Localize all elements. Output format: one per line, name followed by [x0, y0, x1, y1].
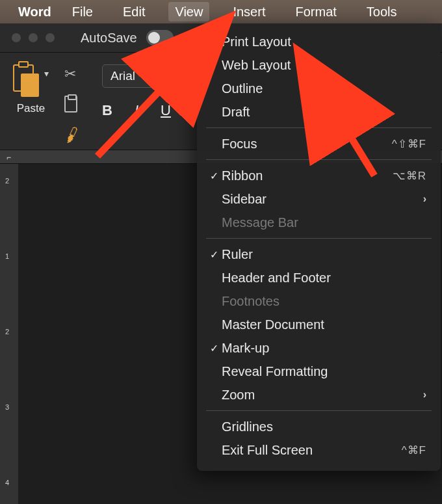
font-selector[interactable]: Arial [102, 64, 187, 88]
menu-separator [206, 159, 432, 160]
menu-item-label: Sidebar [222, 192, 423, 207]
paste-label: Paste [17, 102, 45, 115]
italic-button[interactable]: I [135, 102, 138, 119]
menu-item-label: Outline [222, 81, 426, 96]
menu-separator [206, 238, 432, 239]
menu-separator [206, 410, 432, 411]
ruler-mark: 1 [5, 252, 9, 260]
menu-edit[interactable]: Edit [116, 2, 151, 21]
view-menu: ✓Print LayoutWeb LayoutOutlineDraftFocus… [197, 23, 441, 471]
underline-button[interactable]: U [161, 102, 171, 119]
ruler-mark: 2 [5, 328, 9, 336]
menu-item-exit-full-screen[interactable]: Exit Full Screen^⌘F [197, 438, 441, 462]
ruler-mark: 2 [5, 177, 9, 185]
ruler-mark: 3 [5, 403, 9, 411]
menu-item-label: Ribbon [222, 168, 393, 183]
tab-stop-icon[interactable]: ⌐ [6, 153, 11, 162]
check-icon: ✓ [206, 36, 222, 48]
ruler-vertical[interactable]: 21234 [0, 164, 18, 504]
menu-item-label: Focus [222, 137, 392, 152]
ruler-mark: 4 [5, 479, 9, 486]
menu-item-label: Draft [222, 105, 426, 120]
menu-item-label: Exit Full Screen [222, 443, 402, 458]
menu-item-ribbon[interactable]: ✓Ribbon⌥⌘R [197, 164, 441, 187]
menu-item-label: Footnotes [222, 294, 426, 309]
menu-item-mark-up[interactable]: ✓Mark-up [197, 336, 441, 360]
menu-item-label: Ruler [222, 247, 426, 262]
autosave-label: AutoSave [81, 31, 137, 46]
menu-item-message-bar: Message Bar [197, 211, 441, 234]
mac-menubar: Word FileEditViewInsertFormatTools [0, 0, 442, 23]
app-name[interactable]: Word [18, 5, 51, 20]
menu-insert[interactable]: Insert [226, 2, 272, 21]
check-icon: ✓ [206, 342, 222, 354]
traffic-lights[interactable] [12, 33, 55, 42]
menu-item-label: Master Document [222, 317, 426, 332]
menu-item-label: Reveal Formatting [222, 364, 426, 379]
menu-item-draft[interactable]: Draft [197, 100, 441, 124]
menu-view[interactable]: View [168, 2, 209, 21]
shortcut-label: ^⇧⌘F [392, 137, 426, 151]
menu-item-ruler[interactable]: ✓Ruler [197, 243, 441, 266]
autosave-toggle[interactable] [146, 30, 174, 46]
menu-item-label: Zoom [222, 388, 423, 403]
format-painter-icon[interactable]: 🖌 [62, 124, 83, 146]
menu-tools[interactable]: Tools [360, 2, 404, 21]
menu-item-print-layout[interactable]: ✓Print Layout [197, 30, 441, 53]
menu-item-focus[interactable]: Focus^⇧⌘F [197, 132, 441, 155]
menu-item-label: Print Layout [222, 34, 426, 49]
menu-separator [206, 127, 432, 128]
menu-item-label: Web Layout [222, 58, 426, 73]
menu-item-label: Message Bar [222, 215, 426, 230]
menu-item-master-document[interactable]: Master Document [197, 313, 441, 336]
menu-item-footnotes: Footnotes [197, 289, 441, 313]
close-dot[interactable] [12, 33, 21, 42]
max-dot[interactable] [46, 33, 55, 42]
menu-item-web-layout[interactable]: Web Layout [197, 53, 441, 77]
copy-icon[interactable] [64, 96, 77, 113]
menu-item-header-and-footer[interactable]: Header and Footer [197, 266, 441, 289]
bold-button[interactable]: B [102, 102, 112, 119]
menu-item-reveal-formatting[interactable]: Reveal Formatting [197, 360, 441, 383]
shortcut-label: ^⌘F [402, 444, 426, 457]
shortcut-label: ⌥⌘R [393, 169, 426, 183]
submenu-arrow-icon: › [423, 193, 426, 205]
menu-item-outline[interactable]: Outline [197, 77, 441, 100]
paste-dropdown-icon[interactable]: ▾ [44, 68, 49, 79]
menu-item-label: Mark-up [222, 341, 426, 356]
cut-icon[interactable]: ✂ [64, 66, 80, 83]
paste-icon[interactable] [13, 64, 40, 98]
min-dot[interactable] [29, 33, 38, 42]
submenu-arrow-icon: › [423, 389, 426, 401]
check-icon: ✓ [206, 170, 222, 182]
menu-item-sidebar[interactable]: Sidebar› [197, 187, 441, 211]
menu-item-zoom[interactable]: Zoom› [197, 383, 441, 406]
menu-file[interactable]: File [66, 2, 99, 21]
check-icon: ✓ [206, 248, 222, 261]
menu-item-label: Gridlines [222, 419, 426, 434]
menu-item-gridlines[interactable]: Gridlines [197, 415, 441, 438]
menu-format[interactable]: Format [289, 2, 343, 21]
menu-item-label: Header and Footer [222, 271, 426, 285]
